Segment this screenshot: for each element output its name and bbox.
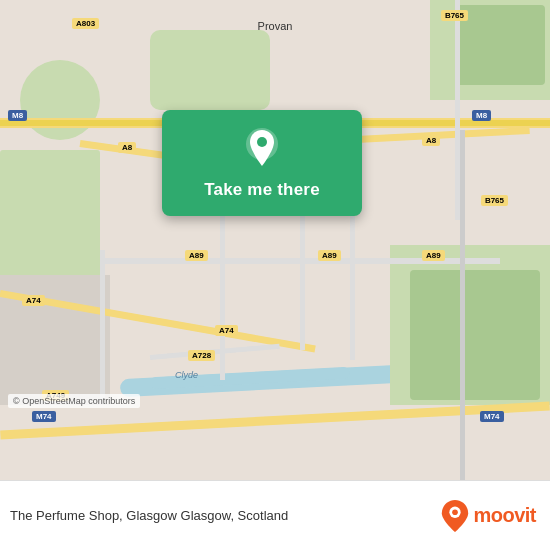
- road-label-a728: A728: [188, 350, 215, 361]
- svg-point-3: [453, 509, 459, 515]
- road-label-a89-right: A89: [422, 250, 445, 261]
- location-info-text: The Perfume Shop, Glasgow Glasgow, Scotl…: [10, 508, 288, 523]
- moovit-logo: moovit: [441, 500, 536, 532]
- map-copyright: © OpenStreetMap contributors: [8, 394, 140, 408]
- moovit-pin-icon: [441, 500, 469, 532]
- road-label-a74-mid: A74: [215, 325, 238, 336]
- take-me-there-card[interactable]: Take me there: [162, 110, 362, 216]
- road-label-a803: A803: [72, 18, 99, 29]
- location-pin-icon: [240, 126, 284, 170]
- road-label-m74-left: M74: [32, 411, 56, 422]
- moovit-brand-text: moovit: [473, 504, 536, 527]
- road-label-a89-mid: A89: [318, 250, 341, 261]
- river-label: Clyde: [175, 370, 198, 380]
- road-label-m74-right: M74: [480, 411, 504, 422]
- road-label-m8-left: M8: [8, 110, 27, 121]
- svg-point-1: [257, 137, 267, 147]
- road-label-a8-right: A8: [422, 135, 440, 146]
- road-label-a89-left: A89: [185, 250, 208, 261]
- road-label-m8-right: M8: [472, 110, 491, 121]
- take-me-there-label: Take me there: [204, 180, 320, 200]
- map-place-label: Provan: [258, 20, 293, 32]
- info-bar: The Perfume Shop, Glasgow Glasgow, Scotl…: [0, 480, 550, 550]
- road-label-a8-left: A8: [118, 142, 136, 153]
- road-label-b765-mid: B765: [481, 195, 508, 206]
- map-view: Provan A803 M8 M8 A8 A8 A89 A89 A89 A74 …: [0, 0, 550, 480]
- road-label-a74-left: A74: [22, 295, 45, 306]
- road-label-b765-top: B765: [441, 10, 468, 21]
